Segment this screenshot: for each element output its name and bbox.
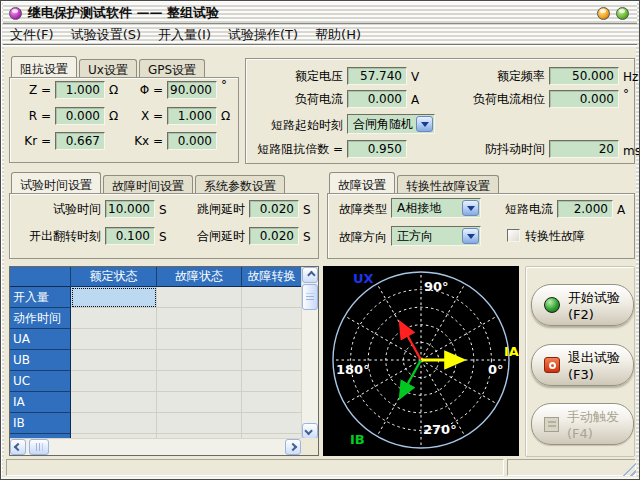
table-cell-selected[interactable] bbox=[71, 287, 157, 308]
title-bar[interactable]: 继电保护测试软件 —— 整组试验 bbox=[3, 3, 637, 24]
tab-ux-settings[interactable]: Ux设置 bbox=[79, 59, 137, 77]
dropdown-arrow-button[interactable] bbox=[462, 200, 479, 216]
debounce-time-field[interactable]: 20 bbox=[549, 140, 619, 158]
impedance-multiple-field[interactable]: 0.950 bbox=[347, 140, 407, 158]
table-cell[interactable] bbox=[242, 371, 301, 392]
chevron-down-icon bbox=[421, 122, 429, 131]
exit-test-label: 退出试验(F3) bbox=[568, 349, 633, 382]
horizontal-scroll-thumb[interactable] bbox=[29, 439, 49, 455]
table-cell[interactable] bbox=[71, 308, 157, 329]
rated-voltage-unit: V bbox=[411, 69, 419, 86]
load-current-phase-field[interactable]: 0.000 bbox=[549, 90, 619, 108]
table-cell[interactable] bbox=[242, 413, 301, 434]
tab-gps-settings[interactable]: GPS设置 bbox=[139, 59, 205, 77]
scroll-down-button[interactable] bbox=[302, 423, 318, 439]
z-field[interactable]: 1.000 bbox=[55, 81, 105, 99]
phase-label-ux: UX bbox=[353, 271, 374, 286]
scroll-left-button[interactable] bbox=[10, 439, 26, 455]
z-label: Z = bbox=[15, 82, 51, 99]
menu-bar: 文件(F) 试验设置(S) 开入量(I) 试验操作(T) 帮助(H) bbox=[3, 25, 637, 45]
close-delay-field[interactable]: 0.020 bbox=[249, 227, 299, 245]
col-header-fault-transfer[interactable]: 故障转换 bbox=[242, 267, 301, 287]
tab-test-time-settings[interactable]: 试验时间设置 bbox=[11, 172, 101, 193]
col-header-rated-state[interactable]: 额定状态 bbox=[71, 267, 157, 287]
fault-direction-dropdown[interactable]: 正方向 bbox=[391, 226, 481, 246]
row-header-ia[interactable]: IA bbox=[10, 392, 71, 413]
kr-field[interactable]: 0.667 bbox=[55, 132, 105, 150]
row-header-uc[interactable]: UC bbox=[10, 371, 71, 392]
table-cell[interactable] bbox=[242, 350, 301, 371]
vertical-scrollbar[interactable] bbox=[301, 267, 318, 439]
menu-file[interactable]: 文件(F) bbox=[10, 26, 54, 44]
row-header-action-time[interactable]: 动作时间 bbox=[10, 308, 71, 329]
table-cell[interactable] bbox=[157, 350, 242, 371]
status-message-panel bbox=[6, 459, 504, 476]
dropdown-arrow-button[interactable] bbox=[462, 228, 479, 244]
short-circuit-current-field[interactable]: 2.000 bbox=[557, 200, 613, 218]
row-header-ub[interactable]: UB bbox=[10, 350, 71, 371]
dropdown-arrow-button[interactable] bbox=[416, 116, 433, 132]
menu-help[interactable]: 帮助(H) bbox=[315, 26, 361, 44]
tab-system-param-settings[interactable]: 系统参数设置 bbox=[195, 175, 285, 193]
table-cell[interactable] bbox=[242, 308, 301, 329]
app-icon[interactable] bbox=[9, 7, 22, 20]
load-current-phase-unit: ° bbox=[623, 86, 629, 103]
load-current-field[interactable]: 0.000 bbox=[347, 90, 407, 108]
chevron-right-icon bbox=[289, 443, 297, 451]
rated-voltage-field[interactable]: 57.740 bbox=[347, 67, 407, 85]
table-cell[interactable] bbox=[242, 329, 301, 350]
short-circuit-start-dropdown[interactable]: 合闸角随机 bbox=[347, 114, 435, 134]
row-header-binary-input[interactable]: 开入量 bbox=[10, 287, 71, 308]
evolving-fault-checkbox[interactable] bbox=[507, 229, 520, 242]
x-field[interactable]: 1.000 bbox=[167, 107, 217, 125]
scroll-right-button[interactable] bbox=[285, 439, 301, 455]
row-header-ua[interactable]: UA bbox=[10, 329, 71, 350]
table-cell[interactable] bbox=[157, 308, 242, 329]
row-header-ib[interactable]: IB bbox=[10, 413, 71, 434]
table-cell[interactable] bbox=[157, 287, 242, 308]
table-cell[interactable] bbox=[157, 329, 242, 350]
table-cell[interactable] bbox=[71, 371, 157, 392]
output-flip-time-field[interactable]: 0.100 bbox=[105, 227, 155, 245]
trip-delay-label: 跳闸延时 bbox=[167, 201, 245, 218]
trip-delay-field[interactable]: 0.020 bbox=[249, 200, 299, 218]
close-button[interactable] bbox=[616, 7, 629, 20]
fault-type-dropdown[interactable]: A相接地 bbox=[391, 198, 481, 218]
minimize-button[interactable] bbox=[597, 7, 610, 20]
impedance-multiple-label: 短路阻抗倍数 = bbox=[233, 141, 343, 158]
table-cell[interactable] bbox=[157, 392, 242, 413]
table-cell[interactable] bbox=[71, 392, 157, 413]
tab-fault-settings[interactable]: 故障设置 bbox=[329, 172, 395, 193]
tab-fault-time-settings[interactable]: 故障时间设置 bbox=[103, 175, 193, 193]
rated-frequency-field[interactable]: 50.000 bbox=[549, 67, 619, 85]
angle-label-180: 180° bbox=[336, 362, 370, 377]
horizontal-scrollbar[interactable] bbox=[10, 438, 301, 455]
menu-test-settings[interactable]: 试验设置(S) bbox=[71, 26, 141, 44]
table-cell[interactable] bbox=[157, 371, 242, 392]
vertical-scroll-thumb[interactable] bbox=[302, 284, 318, 310]
kx-label: Kx = bbox=[127, 133, 163, 150]
table-cell[interactable] bbox=[242, 287, 301, 308]
result-grid: 额定状态 故障状态 故障转换 开入量 动作时间 UA UB U bbox=[10, 267, 301, 439]
menu-test-operation[interactable]: 试验操作(T) bbox=[228, 26, 298, 44]
table-cell[interactable] bbox=[242, 392, 301, 413]
r-field[interactable]: 0.000 bbox=[55, 107, 105, 125]
table-cell[interactable] bbox=[71, 350, 157, 371]
test-time-field[interactable]: 10.000 bbox=[105, 200, 155, 218]
phi-field[interactable]: 90.000 bbox=[167, 81, 217, 99]
menu-binary-input[interactable]: 开入量(I) bbox=[158, 26, 211, 44]
tab-impedance-settings[interactable]: 阻抗设置 bbox=[11, 56, 77, 77]
manual-trigger-button[interactable]: 手动触发(F4) bbox=[531, 403, 634, 445]
start-test-button[interactable]: 开始试验(F2) bbox=[531, 284, 634, 326]
scroll-up-button[interactable] bbox=[302, 267, 318, 283]
load-current-unit: A bbox=[411, 92, 419, 109]
fault-tabstrip: 故障设置 转换性故障设置 bbox=[329, 172, 501, 193]
table-cell[interactable] bbox=[157, 413, 242, 434]
kx-field[interactable]: 0.000 bbox=[167, 132, 217, 150]
col-header-fault-state[interactable]: 故障状态 bbox=[157, 267, 242, 287]
chevron-up-icon bbox=[307, 271, 315, 279]
tab-evolving-fault-settings[interactable]: 转换性故障设置 bbox=[397, 175, 499, 193]
table-cell[interactable] bbox=[71, 329, 157, 350]
table-cell[interactable] bbox=[71, 413, 157, 434]
exit-test-button[interactable]: 退出试验(F3) bbox=[531, 344, 634, 386]
